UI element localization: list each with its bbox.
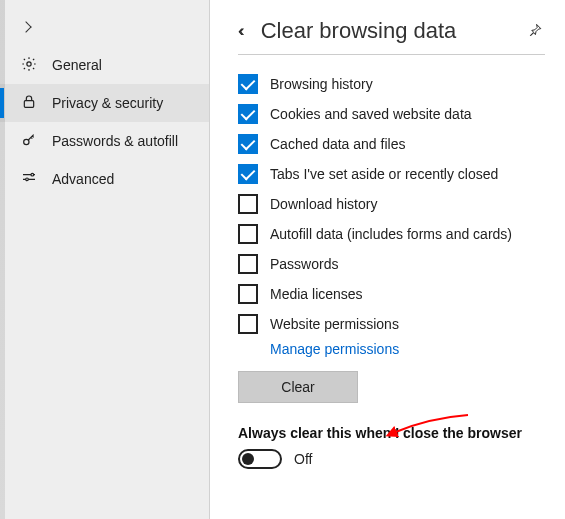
options-list: Browsing history Cookies and saved websi… xyxy=(238,55,545,469)
toggle-state-label: Off xyxy=(294,451,312,467)
sliders-icon xyxy=(20,170,38,188)
toggle-switch-icon xyxy=(238,449,282,469)
checkbox-icon xyxy=(238,314,258,334)
option-label: Autofill data (includes forms and cards) xyxy=(270,226,512,242)
always-clear-title: Always clear this when I close the brows… xyxy=(238,425,545,441)
gear-icon xyxy=(20,56,38,74)
option-label: Download history xyxy=(270,196,377,212)
checkbox-icon xyxy=(238,194,258,214)
checkbox-browsing-history[interactable]: Browsing history xyxy=(238,69,545,99)
svg-point-0 xyxy=(27,62,31,66)
svg-point-4 xyxy=(26,178,29,181)
option-label: Cookies and saved website data xyxy=(270,106,472,122)
sidebar-item-label: Passwords & autofill xyxy=(52,133,178,149)
checkbox-cookies[interactable]: Cookies and saved website data xyxy=(238,99,545,129)
pin-icon xyxy=(527,22,545,40)
sidebar-item-general[interactable]: General xyxy=(0,46,209,84)
checkbox-tabs-set-aside[interactable]: Tabs I've set aside or recently closed xyxy=(238,159,545,189)
checkbox-cached-data[interactable]: Cached data and files xyxy=(238,129,545,159)
settings-sidebar: General Privacy & security Passwords & a… xyxy=(0,0,210,519)
sidebar-item-label: Advanced xyxy=(52,171,114,187)
checkbox-passwords[interactable]: Passwords xyxy=(238,249,545,279)
sidebar-item-privacy-security[interactable]: Privacy & security xyxy=(0,84,209,122)
checkbox-media-licenses[interactable]: Media licenses xyxy=(238,279,545,309)
checkbox-icon xyxy=(238,284,258,304)
sidebar-item-passwords-autofill[interactable]: Passwords & autofill xyxy=(0,122,209,160)
option-label: Cached data and files xyxy=(270,136,405,152)
always-clear-toggle[interactable]: Off xyxy=(238,449,545,469)
panel-header: ‹‹ Clear browsing data xyxy=(238,18,545,55)
page-title: Clear browsing data xyxy=(261,18,457,44)
checkbox-icon xyxy=(238,254,258,274)
key-icon xyxy=(20,132,38,150)
sidebar-item-label: Privacy & security xyxy=(52,95,163,111)
manage-permissions-link[interactable]: Manage permissions xyxy=(238,339,545,359)
chevron-right-icon xyxy=(20,21,31,32)
checkbox-icon xyxy=(238,74,258,94)
checkbox-website-permissions[interactable]: Website permissions xyxy=(238,309,545,339)
svg-point-3 xyxy=(31,173,34,176)
sidebar-expand-toggle[interactable] xyxy=(0,12,209,46)
sidebar-item-label: General xyxy=(52,57,102,73)
lock-icon xyxy=(20,94,38,112)
svg-point-2 xyxy=(24,139,29,144)
option-label: Browsing history xyxy=(270,76,373,92)
clear-button[interactable]: Clear xyxy=(238,371,358,403)
option-label: Tabs I've set aside or recently closed xyxy=(270,166,498,182)
pin-button[interactable] xyxy=(527,22,545,40)
option-label: Media licenses xyxy=(270,286,363,302)
checkbox-download-history[interactable]: Download history xyxy=(238,189,545,219)
option-label: Passwords xyxy=(270,256,338,272)
main-panel: ‹‹ Clear browsing data Browsing history … xyxy=(210,0,565,519)
option-label: Website permissions xyxy=(270,316,399,332)
checkbox-icon xyxy=(238,164,258,184)
sidebar-item-advanced[interactable]: Advanced xyxy=(0,160,209,198)
back-button[interactable]: ‹‹ xyxy=(238,22,245,40)
checkbox-icon xyxy=(238,104,258,124)
checkbox-autofill-data[interactable]: Autofill data (includes forms and cards) xyxy=(238,219,545,249)
svg-rect-1 xyxy=(24,101,33,108)
checkbox-icon xyxy=(238,224,258,244)
checkbox-icon xyxy=(238,134,258,154)
